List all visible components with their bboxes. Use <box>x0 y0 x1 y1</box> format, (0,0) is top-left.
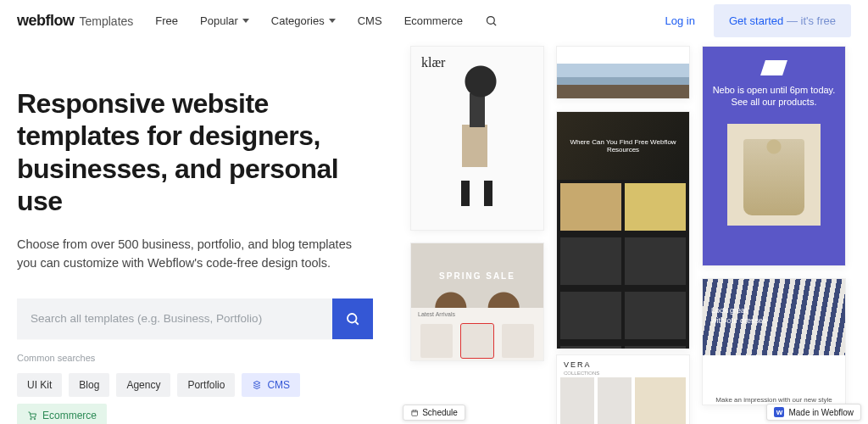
page-subtitle: Choose from over 500 business, portfolio… <box>17 235 356 273</box>
schedule-tag[interactable]: Schedule <box>403 404 465 421</box>
spring-sale-label: SPRING SALE <box>439 271 515 281</box>
svg-point-4 <box>31 418 32 420</box>
svg-line-3 <box>355 321 358 324</box>
get-started-button[interactable]: Get started — it's free <box>714 4 851 37</box>
template-card-klaer[interactable]: klær <box>410 46 544 231</box>
nav-categories[interactable]: Categories <box>271 14 336 27</box>
chip-label: Blog <box>79 379 99 391</box>
hero-section: Responsive website templates for designe… <box>0 41 373 424</box>
chip-ui-kit[interactable]: UI Kit <box>17 373 62 397</box>
chip-ecommerce[interactable]: Ecommerce <box>17 404 107 425</box>
common-search-chips: UI Kit Blog Agency Portfolio CMS Ecommer… <box>17 373 373 425</box>
svg-rect-6 <box>412 410 418 416</box>
chip-cms[interactable]: CMS <box>242 373 300 397</box>
nav-popular-label: Popular <box>200 14 238 27</box>
login-link[interactable]: Log in <box>665 14 695 27</box>
search-input[interactable] <box>17 298 332 339</box>
search-icon[interactable] <box>485 14 498 27</box>
bridge-image <box>557 64 689 98</box>
nav-ecommerce-label: Ecommerce <box>404 14 463 27</box>
nav-free-label: Free <box>155 14 178 27</box>
template-gallery: klær SPRING SALE Latest Arrivals Where C… <box>410 41 868 424</box>
common-searches-label: Common searches <box>17 353 373 363</box>
nav-categories-label: Categories <box>271 14 325 27</box>
darkblog-title-label: Where Can You Find Free Webflow Resource… <box>560 138 686 153</box>
made-in-webflow-label: Made in Webflow <box>788 408 854 417</box>
svg-point-0 <box>487 16 494 24</box>
search-icon <box>345 311 360 326</box>
logo-text: webflow <box>17 12 75 30</box>
chip-portfolio[interactable]: Portfolio <box>177 373 235 397</box>
vera-title-label: VERA <box>557 355 689 371</box>
nav-cms-label: CMS <box>358 14 382 27</box>
schedule-label: Schedule <box>422 408 458 417</box>
calendar-icon <box>410 409 419 417</box>
header: webflow Templates Free Popular Categorie… <box>0 0 868 41</box>
spring-sub-label: Latest Arrivals <box>411 308 543 317</box>
impression-block: Make an impression with our new style <box>703 372 845 405</box>
template-card-bridge[interactable] <box>556 46 690 99</box>
template-card-darkblog[interactable]: Where Can You Find Free Webflow Resource… <box>556 111 690 349</box>
impression-label: Make an impression with our new style <box>715 396 832 404</box>
nebo-logo-icon <box>760 60 787 75</box>
template-topbar <box>557 47 689 64</box>
chevron-down-icon <box>242 19 249 23</box>
svg-point-5 <box>34 418 36 420</box>
nav-popular[interactable]: Popular <box>200 14 249 27</box>
primary-nav: Free Popular Categories CMS Ecommerce <box>155 14 498 27</box>
template-hero-image: Where Can You Find Free Webflow Resource… <box>557 112 689 180</box>
chip-label: Portfolio <box>187 379 225 391</box>
nav-cms[interactable]: CMS <box>358 14 382 27</box>
cta-sub-label: — it's free <box>783 14 836 27</box>
template-hero-image: SPRING SALE <box>411 243 543 308</box>
chip-label: Ecommerce <box>42 410 97 421</box>
svg-point-2 <box>348 314 357 323</box>
template-card-nebo[interactable]: Nebo is open until 6pm today. See all ou… <box>702 46 846 266</box>
webflow-icon: W <box>774 407 784 417</box>
cta-main-label: Get started <box>729 14 783 27</box>
chip-label: Agency <box>126 379 160 391</box>
product-thumb <box>420 324 453 358</box>
stripe-line-1: Look great <box>711 306 846 315</box>
template-card-vera[interactable]: VERA COLLECTIONS <box>556 354 690 424</box>
stack-icon <box>252 380 262 390</box>
svg-line-1 <box>493 23 496 25</box>
search-button[interactable] <box>332 298 373 339</box>
chip-agency[interactable]: Agency <box>116 373 170 397</box>
template-card-spring[interactable]: SPRING SALE Latest Arrivals <box>410 243 544 361</box>
product-thumb <box>502 324 534 358</box>
chevron-down-icon <box>329 19 336 23</box>
page-title: Responsive website templates for designe… <box>17 87 373 218</box>
gallery-col: klær SPRING SALE Latest Arrivals <box>410 46 544 424</box>
template-card-stripe[interactable]: Look great with our dresses Make an impr… <box>702 278 846 405</box>
chip-label: CMS <box>267 379 290 391</box>
model-image <box>438 65 523 226</box>
bag-image <box>727 124 821 226</box>
template-search <box>17 298 373 339</box>
nav-ecommerce[interactable]: Ecommerce <box>404 14 463 27</box>
nav-free[interactable]: Free <box>155 14 178 27</box>
stripe-line-2: with our dresses <box>711 316 846 325</box>
product-thumb <box>461 324 493 358</box>
chip-blog[interactable]: Blog <box>69 373 109 397</box>
chip-label: UI Kit <box>27 379 52 391</box>
vera-sub-label: COLLECTIONS <box>557 371 689 377</box>
logo-group[interactable]: webflow Templates <box>17 12 133 30</box>
logo-subtext: Templates <box>80 14 134 28</box>
made-in-webflow-tag[interactable]: W Made in Webflow <box>766 404 861 421</box>
gallery-col: Nebo is open until 6pm today. See all ou… <box>702 46 846 424</box>
nebo-tagline: Nebo is open until 6pm today. See all ou… <box>711 84 837 109</box>
cart-icon <box>27 410 37 421</box>
product-row <box>411 317 543 360</box>
gallery-col: Where Can You Find Free Webflow Resource… <box>556 46 690 424</box>
